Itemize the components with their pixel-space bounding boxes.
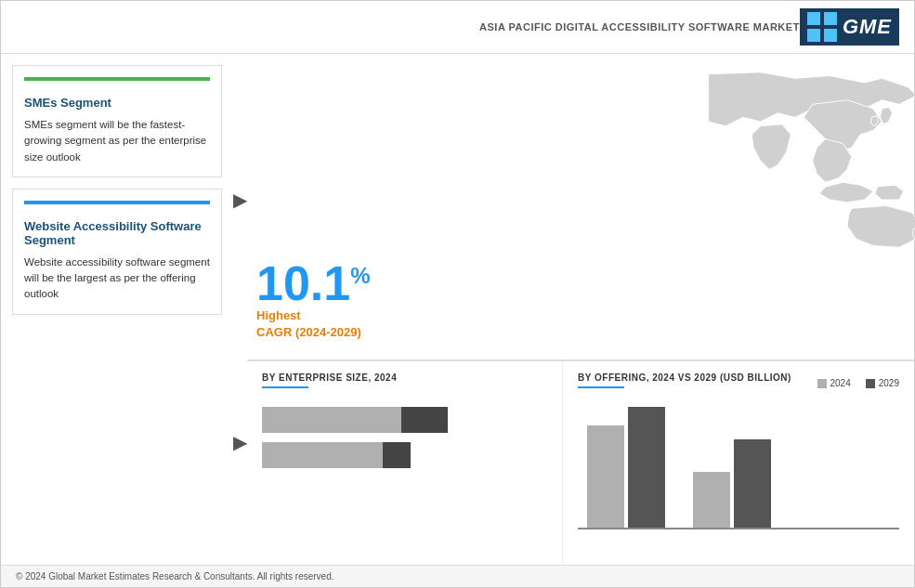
services-bar-2029 <box>734 439 771 528</box>
card1-header <box>24 77 210 86</box>
chart-legend: 2024 2029 <box>817 378 900 388</box>
footer-text: © 2024 Global Market Estimates Research … <box>16 571 334 581</box>
enterprise-underline <box>262 386 308 388</box>
bar-row-smes <box>262 442 547 468</box>
legend-box-2029 <box>866 379 875 388</box>
right-area: 10.1% Highest CAGR (2024-2029) <box>247 54 914 565</box>
legend-box-2024 <box>817 379 827 388</box>
bar-smes-dark <box>383 442 411 468</box>
software-bar-2029 <box>628 407 665 528</box>
offering-chart-title: BY OFFERING, 2024 VS 2029 (USD BILLION) <box>578 372 791 383</box>
bar-group-software <box>587 407 665 528</box>
logo-text: GME <box>843 15 892 39</box>
info-card-website: Website Accessibility Software Segment W… <box>12 189 222 315</box>
bar-row-large <box>262 407 547 433</box>
grouped-bar-chart <box>578 399 899 529</box>
bar-large-dark <box>401 407 448 433</box>
cagr-percent: 10.1% <box>256 259 371 307</box>
card1-title: SMEs Segment <box>24 96 210 110</box>
arrow-2: ▶ <box>233 431 247 453</box>
svg-rect-0 <box>807 12 820 25</box>
enterprise-chart-title: BY ENTERPRISE SIZE, 2024 <box>262 372 547 383</box>
charts-section: BY ENTERPRISE SIZE, 2024 <box>247 360 914 565</box>
bar-group-services <box>693 439 771 528</box>
chart-offering: BY OFFERING, 2024 VS 2029 (USD BILLION) … <box>563 361 914 565</box>
card2-title: Website Accessibility Software Segment <box>24 219 210 247</box>
header: ASIA PACIFIC DIGITAL ACCESSIBILITY SOFTW… <box>1 1 914 54</box>
offering-underline <box>578 386 624 388</box>
bar-large <box>262 407 448 433</box>
cagr-info: 10.1% Highest CAGR (2024-2029) <box>256 259 371 341</box>
legend-2029: 2029 <box>866 378 899 388</box>
cagr-label: Highest CAGR (2024-2029) <box>256 307 371 341</box>
logo-container: GME <box>800 8 899 46</box>
legend-2024: 2024 <box>817 378 851 388</box>
svg-rect-3 <box>824 29 837 42</box>
services-bar-2024 <box>693 472 730 528</box>
logo-icon <box>807 12 837 42</box>
card2-body: Website accessibility software segment w… <box>24 255 210 303</box>
svg-rect-1 <box>824 12 837 25</box>
card2-header <box>24 201 210 210</box>
left-panel: SMEs Segment SMEs segment will be the fa… <box>1 54 233 565</box>
map-svg <box>691 63 915 258</box>
software-bar-2024 <box>587 425 624 528</box>
logo-box: GME <box>800 8 899 46</box>
h-bar-chart <box>262 399 547 476</box>
map-visual <box>691 63 895 249</box>
info-card-smes: SMEs Segment SMEs segment will be the fa… <box>12 65 222 177</box>
svg-rect-2 <box>807 29 820 42</box>
content-area: SMEs Segment SMEs segment will be the fa… <box>1 54 914 565</box>
map-section: 10.1% Highest CAGR (2024-2029) <box>247 54 914 360</box>
header-title: ASIA PACIFIC DIGITAL ACCESSIBILITY SOFTW… <box>479 21 800 33</box>
bar-smes <box>262 442 411 468</box>
main-container: ASIA PACIFIC DIGITAL ACCESSIBILITY SOFTW… <box>0 0 915 588</box>
footer: © 2024 Global Market Estimates Research … <box>1 565 914 587</box>
arrow-1: ▶ <box>233 189 247 211</box>
arrow-col: ▶ ▶ <box>233 54 247 565</box>
chart-enterprise: BY ENTERPRISE SIZE, 2024 <box>247 361 563 565</box>
card1-body: SMEs segment will be the fastest-growing… <box>24 117 210 165</box>
